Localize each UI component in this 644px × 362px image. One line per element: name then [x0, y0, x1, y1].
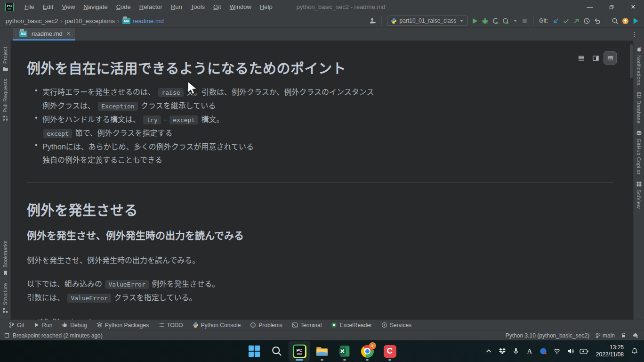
- code-with-me-icon[interactable]: [632, 17, 639, 25]
- microphone-icon[interactable]: [511, 346, 521, 356]
- lock-icon[interactable]: [620, 332, 627, 338]
- cloud-settings-icon[interactable]: [632, 332, 638, 338]
- text-run: 文。引数は、例外クラスか、例外クラスのインスタンス: [185, 88, 374, 96]
- notifications-bell-icon[interactable]: z: [630, 346, 639, 356]
- text-run: 例外を発生させる。: [150, 280, 219, 288]
- battery-icon[interactable]: [580, 346, 589, 356]
- run-options-chevron-icon[interactable]: [513, 18, 518, 24]
- tool-window-run[interactable]: Run: [29, 320, 57, 330]
- menu-window[interactable]: Window: [225, 0, 256, 14]
- tool-strip-project[interactable]: Project: [2, 43, 8, 75]
- taskbar-search-button[interactable]: [266, 341, 287, 361]
- tool-window-debug[interactable]: Debug: [57, 320, 91, 330]
- tool-strip-notifications[interactable]: Notifications: [636, 43, 642, 89]
- app-orb-icon[interactable]: [539, 346, 548, 356]
- wifi-icon[interactable]: [552, 346, 562, 356]
- play-gray-icon: [33, 322, 40, 328]
- history-button[interactable]: [583, 17, 590, 25]
- bug-gray-icon: [62, 322, 68, 328]
- toolbar-separator: [606, 16, 606, 25]
- coverage-button[interactable]: [502, 17, 509, 25]
- list-line: 例外クラスは、 Exception クラスを継承している: [42, 99, 614, 113]
- editor-lines-icon: [578, 55, 585, 62]
- tool-window-python-packages[interactable]: Python Packages: [92, 320, 153, 330]
- tool-strip-pull-requests[interactable]: Pull Requests: [2, 75, 8, 124]
- menu-tools[interactable]: Tools: [186, 0, 209, 14]
- system-tray: A 13:25 2022/11/08 z: [484, 340, 639, 362]
- taskbar-clock[interactable]: 13:25 2022/11/08: [596, 344, 624, 358]
- stop-button[interactable]: [521, 17, 528, 25]
- minimize-button[interactable]: —: [579, 0, 601, 14]
- editor-scrollbar[interactable]: [630, 44, 633, 78]
- menu-run[interactable]: Run: [167, 0, 186, 14]
- right-tool-strip: NotificationsDatabaseGitHub CopilotSciVi…: [633, 41, 644, 320]
- breadcrumb-item[interactable]: python_basic_sec2: [5, 17, 59, 25]
- tool-strip-label: Bookmarks: [2, 240, 8, 268]
- tool-strip-github-copilot[interactable]: GitHub Copilot: [636, 127, 642, 178]
- menu-navigate[interactable]: Navigate: [79, 0, 112, 14]
- chrome-app[interactable]: k: [357, 341, 378, 361]
- python-interpreter-widget[interactable]: Python 3.10 (python_basic_sec2): [506, 332, 589, 339]
- git-push-button[interactable]: [573, 17, 580, 25]
- view-preview-only-button[interactable]: [604, 52, 616, 64]
- tool-window-services[interactable]: Services: [377, 320, 416, 330]
- update-available-icon[interactable]: [622, 17, 629, 25]
- close-button[interactable]: ✕: [622, 0, 644, 14]
- tool-strip-bookmarks[interactable]: Bookmarks: [2, 237, 8, 280]
- profile-button[interactable]: [492, 17, 499, 25]
- menu-edit[interactable]: Edit: [39, 0, 57, 14]
- file-explorer-app[interactable]: [312, 341, 332, 361]
- pycharm-app[interactable]: PC: [289, 341, 310, 361]
- tool-strip-label: SciView: [636, 189, 642, 209]
- menu-git[interactable]: Git: [209, 0, 225, 14]
- tool-window-git[interactable]: Git: [4, 320, 29, 330]
- windows-start-button[interactable]: [244, 341, 265, 361]
- run-configuration-select[interactable]: part10_01_raise_class: [387, 16, 468, 26]
- breadcrumb-item[interactable]: readme.md: [132, 17, 165, 25]
- tab-options-more-icon[interactable]: ⋮: [625, 28, 644, 41]
- git-branch-widget[interactable]: main: [595, 332, 615, 339]
- git-update-button[interactable]: [552, 17, 559, 25]
- dropbox-icon[interactable]: [498, 346, 507, 356]
- debug-button[interactable]: [482, 17, 489, 25]
- excel-app[interactable]: [334, 341, 355, 361]
- notification-badge: k: [369, 342, 376, 349]
- menu-view[interactable]: View: [57, 0, 79, 14]
- git-label: Git:: [539, 17, 548, 24]
- volume-icon[interactable]: [566, 346, 575, 356]
- menu-refactor[interactable]: Refactor: [135, 0, 167, 14]
- run-button[interactable]: [471, 17, 478, 25]
- tool-window-label: Run: [42, 322, 52, 329]
- tool-strip-structure[interactable]: Structure: [2, 280, 8, 317]
- tool-window-python-console[interactable]: Python Console: [188, 320, 246, 330]
- tool-strip-database[interactable]: Database: [636, 89, 642, 127]
- tray-overflow-chevron-icon[interactable]: [484, 346, 493, 356]
- tool-window-excelreader[interactable]: ExcelReader: [326, 320, 377, 330]
- inline-code: Exception: [98, 102, 137, 111]
- git-branch-icon: [8, 322, 15, 328]
- search-everywhere-icon[interactable]: [612, 17, 619, 25]
- view-editor-only-button[interactable]: [575, 52, 587, 64]
- title-bar: PC FileEditViewNavigateCodeRefactorRunTo…: [0, 0, 644, 14]
- user-account-icon[interactable]: [369, 17, 376, 25]
- tool-window-todo[interactable]: TODO: [153, 320, 187, 330]
- bullet-list: 実行時エラーを発生させるのは、 raise 文。引数は、例外クラスか、例外クラス…: [27, 86, 614, 167]
- rollback-button[interactable]: [594, 17, 601, 25]
- breadcrumb-item[interactable]: part10_exceptions: [64, 17, 116, 25]
- menu-code[interactable]: Code: [112, 0, 135, 14]
- menu-file[interactable]: File: [20, 0, 39, 14]
- view-split-button[interactable]: [589, 52, 602, 64]
- tool-window-terminal[interactable]: Terminal: [287, 320, 326, 330]
- tool-window-problems[interactable]: Problems: [245, 320, 287, 330]
- tab-close-icon[interactable]: ✕: [66, 31, 71, 37]
- paragraph-line: 以下では、組み込みの ValueError 例外を発生させる。: [27, 278, 614, 291]
- camtasia-app[interactable]: C: [379, 341, 400, 361]
- tab-readme-md[interactable]: MD readme.md ✕: [13, 28, 75, 41]
- ime-mode-indicator[interactable]: A: [525, 346, 534, 356]
- menu-help[interactable]: Help: [256, 0, 277, 14]
- tool-strip-sciview[interactable]: SciView: [636, 178, 642, 212]
- restore-button[interactable]: [601, 0, 622, 14]
- text-run: 節で、例外クラスを指定する: [73, 129, 173, 137]
- status-message[interactable]: Breakpoint reached (2 minutes ago): [4, 332, 103, 339]
- git-commit-button[interactable]: [563, 17, 570, 25]
